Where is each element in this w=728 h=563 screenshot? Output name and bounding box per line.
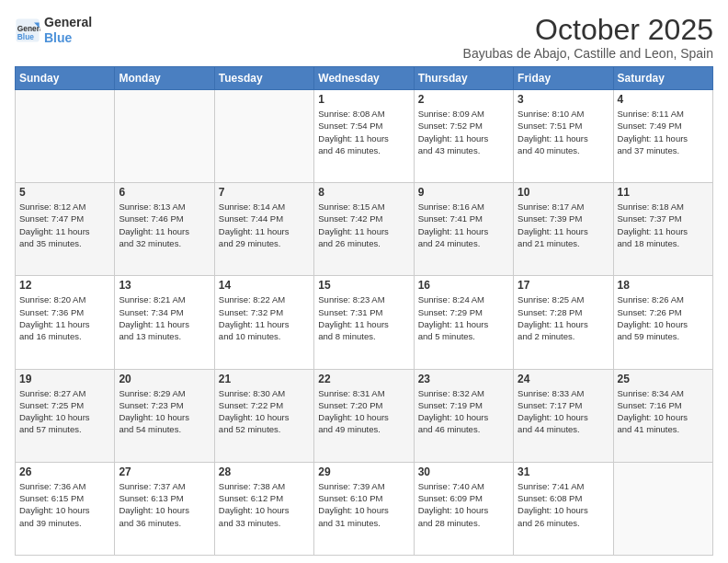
- logo-line2: Blue: [44, 30, 92, 46]
- day-number: 5: [19, 186, 110, 199]
- svg-text:Blue: Blue: [17, 32, 34, 41]
- calendar-cell-w1d0: 5Sunrise: 8:12 AM Sunset: 7:47 PM Daylig…: [16, 183, 115, 276]
- calendar-header-row: SundayMondayTuesdayWednesdayThursdayFrid…: [16, 67, 713, 90]
- calendar-cell-w4d1: 27Sunrise: 7:37 AM Sunset: 6:13 PM Dayli…: [115, 462, 214, 555]
- day-number: 19: [19, 373, 110, 385]
- calendar-header-tuesday: Tuesday: [214, 67, 313, 90]
- day-info: Sunrise: 8:30 AM Sunset: 7:22 PM Dayligh…: [219, 387, 310, 436]
- calendar-cell-w4d5: 31Sunrise: 7:41 AM Sunset: 6:08 PM Dayli…: [514, 462, 613, 555]
- day-number: 16: [418, 279, 509, 292]
- day-info: Sunrise: 8:11 AM Sunset: 7:49 PM Dayligh…: [618, 108, 709, 156]
- day-info: Sunrise: 8:33 AM Sunset: 7:17 PM Dayligh…: [518, 387, 609, 436]
- header: General Blue General Blue October 2025 B…: [15, 15, 713, 61]
- day-number: 6: [119, 186, 210, 199]
- calendar-cell-w0d4: 2Sunrise: 8:09 AM Sunset: 7:52 PM Daylig…: [414, 90, 513, 183]
- calendar-cell-w3d1: 20Sunrise: 8:29 AM Sunset: 7:23 PM Dayli…: [115, 369, 214, 462]
- calendar-header-monday: Monday: [115, 67, 214, 90]
- day-number: 22: [318, 373, 409, 385]
- day-info: Sunrise: 8:15 AM Sunset: 7:42 PM Dayligh…: [318, 201, 409, 249]
- day-info: Sunrise: 8:27 AM Sunset: 7:25 PM Dayligh…: [19, 387, 110, 436]
- day-info: Sunrise: 8:20 AM Sunset: 7:36 PM Dayligh…: [19, 293, 110, 342]
- day-info: Sunrise: 8:32 AM Sunset: 7:19 PM Dayligh…: [418, 387, 509, 436]
- day-number: 11: [618, 186, 709, 199]
- calendar-cell-w4d6: [613, 462, 712, 555]
- calendar-week-2: 12Sunrise: 8:20 AM Sunset: 7:36 PM Dayli…: [16, 276, 713, 369]
- calendar-cell-w0d0: [16, 90, 115, 183]
- calendar-cell-w1d4: 9Sunrise: 8:16 AM Sunset: 7:41 PM Daylig…: [414, 183, 513, 276]
- calendar-cell-w4d2: 28Sunrise: 7:38 AM Sunset: 6:12 PM Dayli…: [214, 462, 313, 555]
- day-info: Sunrise: 8:09 AM Sunset: 7:52 PM Dayligh…: [418, 108, 509, 156]
- day-info: Sunrise: 8:24 AM Sunset: 7:29 PM Dayligh…: [418, 293, 509, 342]
- calendar-cell-w1d5: 10Sunrise: 8:17 AM Sunset: 7:39 PM Dayli…: [514, 183, 613, 276]
- month-title: October 2025: [463, 15, 713, 44]
- logo: General Blue General Blue: [15, 15, 92, 46]
- day-info: Sunrise: 8:12 AM Sunset: 7:47 PM Dayligh…: [19, 201, 110, 249]
- day-info: Sunrise: 8:23 AM Sunset: 7:31 PM Dayligh…: [318, 293, 409, 342]
- logo-line1: General: [44, 15, 92, 30]
- calendar-header-sunday: Sunday: [16, 67, 115, 90]
- day-info: Sunrise: 8:21 AM Sunset: 7:34 PM Dayligh…: [119, 293, 210, 342]
- day-number: 14: [219, 279, 310, 292]
- day-info: Sunrise: 7:40 AM Sunset: 6:09 PM Dayligh…: [418, 480, 509, 529]
- calendar-cell-w2d0: 12Sunrise: 8:20 AM Sunset: 7:36 PM Dayli…: [16, 276, 115, 369]
- day-number: 3: [518, 93, 609, 106]
- calendar-header-thursday: Thursday: [414, 67, 513, 90]
- calendar-cell-w1d1: 6Sunrise: 8:13 AM Sunset: 7:46 PM Daylig…: [115, 183, 214, 276]
- calendar-cell-w2d3: 15Sunrise: 8:23 AM Sunset: 7:31 PM Dayli…: [314, 276, 414, 369]
- calendar-cell-w1d6: 11Sunrise: 8:18 AM Sunset: 7:37 PM Dayli…: [613, 183, 712, 276]
- day-number: 30: [418, 465, 509, 478]
- day-number: 15: [318, 279, 409, 292]
- day-info: Sunrise: 8:22 AM Sunset: 7:32 PM Dayligh…: [219, 293, 310, 342]
- day-info: Sunrise: 8:08 AM Sunset: 7:54 PM Dayligh…: [318, 108, 409, 156]
- day-number: 18: [618, 279, 709, 292]
- day-info: Sunrise: 7:41 AM Sunset: 6:08 PM Dayligh…: [518, 480, 609, 529]
- calendar-cell-w2d6: 18Sunrise: 8:26 AM Sunset: 7:26 PM Dayli…: [613, 276, 712, 369]
- day-number: 28: [219, 465, 310, 478]
- calendar-cell-w3d6: 25Sunrise: 8:34 AM Sunset: 7:16 PM Dayli…: [613, 369, 712, 462]
- day-info: Sunrise: 8:10 AM Sunset: 7:51 PM Dayligh…: [518, 108, 609, 156]
- day-info: Sunrise: 8:26 AM Sunset: 7:26 PM Dayligh…: [618, 293, 709, 342]
- day-number: 1: [318, 93, 409, 106]
- calendar-week-4: 26Sunrise: 7:36 AM Sunset: 6:15 PM Dayli…: [16, 462, 713, 555]
- calendar-cell-w3d2: 21Sunrise: 8:30 AM Sunset: 7:22 PM Dayli…: [214, 369, 313, 462]
- day-number: 8: [318, 186, 409, 199]
- day-info: Sunrise: 7:39 AM Sunset: 6:10 PM Dayligh…: [318, 480, 409, 529]
- day-number: 12: [19, 279, 110, 292]
- day-info: Sunrise: 8:29 AM Sunset: 7:23 PM Dayligh…: [119, 387, 210, 436]
- day-info: Sunrise: 8:25 AM Sunset: 7:28 PM Dayligh…: [518, 293, 609, 342]
- day-number: 23: [418, 373, 509, 385]
- day-number: 20: [119, 373, 210, 385]
- day-number: 24: [518, 373, 609, 385]
- calendar-cell-w2d1: 13Sunrise: 8:21 AM Sunset: 7:34 PM Dayli…: [115, 276, 214, 369]
- logo-icon: General Blue: [15, 17, 40, 43]
- day-number: 26: [19, 465, 110, 478]
- calendar: SundayMondayTuesdayWednesdayThursdayFrid…: [15, 66, 713, 556]
- calendar-header-saturday: Saturday: [613, 67, 712, 90]
- day-number: 10: [518, 186, 609, 199]
- calendar-week-0: 1Sunrise: 8:08 AM Sunset: 7:54 PM Daylig…: [16, 90, 713, 183]
- calendar-header-wednesday: Wednesday: [314, 67, 414, 90]
- day-info: Sunrise: 8:31 AM Sunset: 7:20 PM Dayligh…: [318, 387, 409, 436]
- calendar-cell-w3d3: 22Sunrise: 8:31 AM Sunset: 7:20 PM Dayli…: [314, 369, 414, 462]
- calendar-cell-w0d6: 4Sunrise: 8:11 AM Sunset: 7:49 PM Daylig…: [613, 90, 712, 183]
- day-number: 31: [518, 465, 609, 478]
- calendar-cell-w0d5: 3Sunrise: 8:10 AM Sunset: 7:51 PM Daylig…: [514, 90, 613, 183]
- calendar-cell-w3d0: 19Sunrise: 8:27 AM Sunset: 7:25 PM Dayli…: [16, 369, 115, 462]
- calendar-cell-w0d2: [214, 90, 313, 183]
- location-subtitle: Bayubas de Abajo, Castille and Leon, Spa…: [463, 46, 713, 61]
- calendar-header-friday: Friday: [514, 67, 613, 90]
- title-section: October 2025 Bayubas de Abajo, Castille …: [463, 15, 713, 61]
- calendar-cell-w4d4: 30Sunrise: 7:40 AM Sunset: 6:09 PM Dayli…: [414, 462, 513, 555]
- calendar-cell-w1d3: 8Sunrise: 8:15 AM Sunset: 7:42 PM Daylig…: [314, 183, 414, 276]
- day-number: 2: [418, 93, 509, 106]
- page: General Blue General Blue October 2025 B…: [0, 0, 728, 563]
- day-number: 9: [418, 186, 509, 199]
- day-info: Sunrise: 7:37 AM Sunset: 6:13 PM Dayligh…: [119, 480, 210, 529]
- day-number: 29: [318, 465, 409, 478]
- calendar-cell-w2d5: 17Sunrise: 8:25 AM Sunset: 7:28 PM Dayli…: [514, 276, 613, 369]
- day-number: 17: [518, 279, 609, 292]
- calendar-cell-w3d5: 24Sunrise: 8:33 AM Sunset: 7:17 PM Dayli…: [514, 369, 613, 462]
- calendar-cell-w4d3: 29Sunrise: 7:39 AM Sunset: 6:10 PM Dayli…: [314, 462, 414, 555]
- day-number: 4: [618, 93, 709, 106]
- calendar-cell-w2d2: 14Sunrise: 8:22 AM Sunset: 7:32 PM Dayli…: [214, 276, 313, 369]
